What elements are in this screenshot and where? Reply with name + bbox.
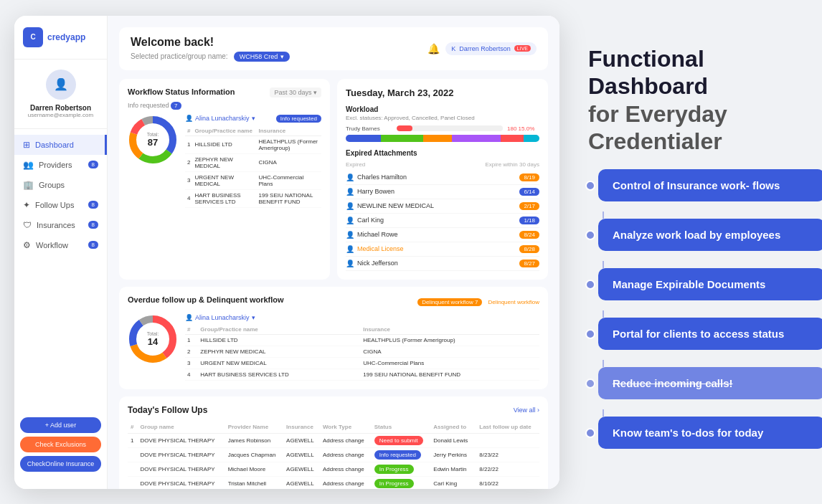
check-exclusions-button[interactable]: Check Exclusions (20, 437, 101, 452)
delinquent-data-table: # Group/Practice name Insurance 1 HILLSI… (185, 325, 539, 381)
sidebar-item-workflow[interactable]: ⚙ Workflow 8 (14, 235, 107, 255)
status-badge: Need to submit (374, 436, 423, 445)
expired-name: 👤 Charles Hamilton (346, 173, 407, 181)
person-icon: 👤 (346, 188, 354, 196)
sidebar-item-providers[interactable]: 👥 Providers 8 (14, 155, 107, 175)
expired-name: 👤 Carl King (346, 217, 384, 224)
table-row: 3 URGENT NEW MEDICAL UHC-Commercial Plan… (185, 171, 321, 189)
sidebar-item-follow-ups[interactable]: ✦ Follow Ups 8 (14, 195, 107, 215)
multibar-seg-2 (381, 135, 423, 142)
multibar-seg-1 (346, 135, 381, 142)
user-icon: 👤 (185, 115, 193, 122)
check-online-button[interactable]: CheckOnline Insurance (20, 456, 101, 472)
nav-icon: ✦ (23, 200, 30, 210)
row-date: 8/10/22 (476, 476, 539, 489)
row-status: Need to submit (372, 433, 431, 447)
expired-name: 👤 Michael Rowe (346, 231, 398, 239)
past-days[interactable]: Past 30 days ▾ (270, 87, 321, 98)
delinq-col-num: # (185, 325, 198, 335)
nav-label: Follow Ups (35, 201, 74, 209)
table-row: 4 HART BUSINESS SERVICES LTD 199 SEIU NA… (185, 189, 321, 207)
row-group: URGENT NEW MEDICAL (198, 357, 361, 369)
sidebar-item-groups[interactable]: 🏢 Groups (14, 175, 107, 195)
nav-label: Workflow (36, 241, 68, 249)
col-header: Insurance (283, 421, 320, 434)
person-icon: 👤 (346, 217, 354, 224)
row-insurance: UHC-Commercial Plans (361, 357, 539, 369)
main-content: Welcome back! Selected practice/group na… (108, 16, 559, 489)
sidebar-item-dashboard[interactable]: ⊞ Dashboard (14, 135, 107, 155)
person-icon: 👤 (346, 245, 354, 253)
workload-section: Workload Excl. statuses: Approved, Cance… (346, 105, 539, 142)
row-num: 1 (185, 334, 198, 346)
person-icon: 👤 (346, 260, 354, 267)
col-group: Group/Practice name (192, 126, 256, 136)
row-provider: Jacques Chapman (225, 447, 283, 462)
col-num: # (185, 126, 192, 136)
workload-label: Workload (346, 105, 539, 113)
expired-row: 👤 NEWLINE NEW MEDICAL 2/17 (346, 199, 539, 214)
list-item: DOVE PHYSICAL THERAPY Tristan Mitchell A… (128, 476, 539, 489)
dashed-connector (603, 310, 604, 318)
sidebar-logo: C credyapp (14, 27, 107, 60)
delinq-user-name: 👤 Alina Lunacharskiy ▾ (185, 314, 255, 321)
col-header: # (128, 421, 138, 434)
workflow-status-card: Workflow Status Information Info request… (119, 79, 330, 280)
row-num: 4 (185, 189, 192, 207)
delinquent-link[interactable]: Delinquent workflow (488, 299, 539, 305)
status-badge: In Progress (374, 465, 414, 474)
notification-icon[interactable]: 🔔 (427, 43, 440, 54)
row-num: 1 (185, 135, 192, 153)
expired-name: 👤 Harry Bowen (346, 188, 395, 196)
nav-items: ⊞ Dashboard 👥 Providers 8🏢 Groups ✦ Foll… (14, 129, 107, 412)
row-group: DOVE PHYSICAL THERAPY (138, 476, 225, 489)
row-group: ZEPHYR NEW MEDICAL (198, 346, 361, 357)
row-provider: James Robinson (225, 433, 283, 447)
row-group: HART BUSINESS SERVICES LTD (198, 369, 361, 380)
row-group: DOVE PHYSICAL THERAPY (138, 462, 225, 476)
person-icon: 👤 (346, 173, 354, 181)
row-insurance: 199 SEIU NATIONAL BENEFIT FUND (361, 369, 539, 380)
practice-row: Selected practice/group name: WCH58 Cred… (131, 52, 290, 62)
workload-bar (397, 125, 503, 131)
page-header: Welcome back! Selected practice/group na… (119, 27, 548, 70)
followup-card: Today's Follow Ups View all › #Group nam… (119, 396, 548, 489)
expired-badge: 2/17 (519, 202, 539, 210)
row-num: 3 (185, 171, 192, 189)
col-header: Work Type (320, 421, 372, 434)
multibar-seg-4 (452, 135, 501, 142)
person-icon: 👤 (346, 231, 354, 239)
row-date: 8/22/22 (476, 462, 539, 476)
practice-badge[interactable]: WCH58 Cred ▾ (234, 52, 290, 62)
col-header: Last follow up date (476, 421, 539, 434)
expired-row: 👤 Charles Hamilton 8/19 (346, 171, 539, 185)
nav-badge: 8 (88, 241, 98, 249)
row-insurance: AGEWELL (283, 447, 320, 462)
logo-icon: C (23, 27, 43, 47)
user-email: username@example.com (28, 112, 93, 118)
sidebar-item-insurances[interactable]: 🛡 Insurances 8 (14, 215, 107, 235)
list-item: DOVE PHYSICAL THERAPY Michael Moore AGEW… (128, 462, 539, 476)
expired-badge: 8/19 (519, 173, 539, 181)
nav-badge: 8 (88, 161, 98, 168)
row-assigned: Edwin Martin (430, 462, 476, 476)
live-badge: LIVE (514, 45, 531, 52)
table-row: 3 URGENT NEW MEDICAL UHC-Commercial Plan… (185, 357, 539, 369)
practice-label: Selected practice/group name: (131, 52, 228, 60)
expired-header: Expired Attachments (346, 149, 539, 157)
view-all-link[interactable]: View all › (514, 406, 539, 414)
add-user-button[interactable]: + Add user (20, 417, 101, 433)
hero-line3: Credentialer (588, 128, 722, 154)
multibar-seg-6 (524, 135, 539, 142)
workload-sub: Excl. statuses: Approved, Cancelled, Pan… (346, 115, 539, 121)
feature-item: Know team's to-dos for today (598, 417, 822, 449)
col-header: Provider Name (225, 421, 283, 434)
workflow-title: Workflow Status Information (128, 87, 235, 96)
row-group: URGENT NEW MEDICAL (192, 171, 256, 189)
header-left: Welcome back! Selected practice/group na… (131, 36, 290, 62)
expired-title: Expired Attachments (346, 149, 417, 157)
followup-title: Today's Follow Ups (128, 405, 207, 415)
row-assigned: Jerry Perkins (430, 447, 476, 462)
expired-row: 👤 Michael Rowe 8/24 (346, 228, 539, 242)
row-insurance: AGEWELL (283, 476, 320, 489)
